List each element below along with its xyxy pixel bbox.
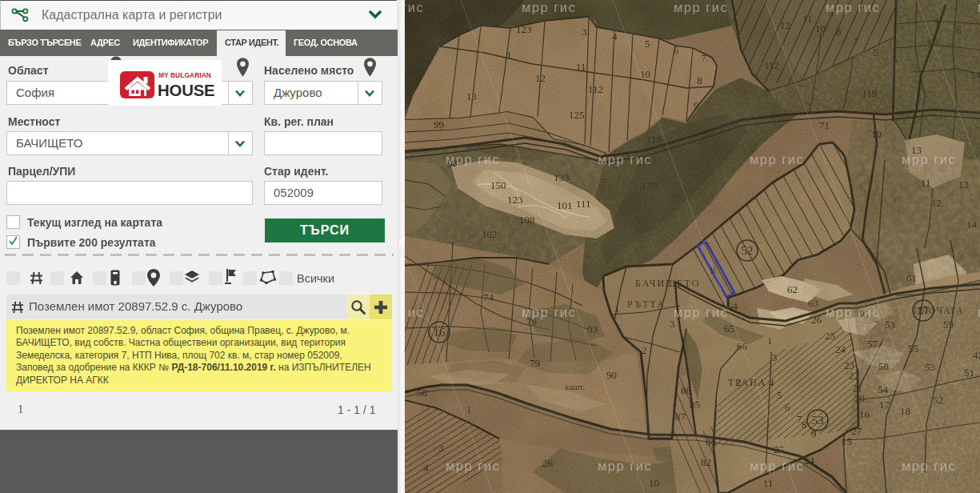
- svg-text:мрр гис: мрр гис: [902, 459, 956, 473]
- svg-text:мрр гис: мрр гис: [674, 0, 728, 14]
- svg-text:мрр гис: мрр гис: [598, 152, 652, 166]
- svg-text:мрр гис: мрр гис: [674, 305, 728, 319]
- svg-text:мрр гис: мрр гис: [446, 152, 500, 166]
- svg-text:мрр гис: мрр гис: [826, 0, 880, 14]
- svg-text:мрр гис: мрр гис: [446, 459, 500, 473]
- svg-text:MY BULGARIAN: MY BULGARIAN: [158, 71, 211, 79]
- svg-text:мрр гис: мрр гис: [598, 459, 652, 473]
- svg-text:мрр гис: мрр гис: [405, 305, 424, 319]
- svg-text:HOUSE: HOUSE: [158, 81, 214, 99]
- svg-text:мрр гис: мрр гис: [405, 0, 424, 14]
- svg-text:мрр гис: мрр гис: [902, 152, 956, 166]
- svg-text:мрр гис: мрр гис: [750, 152, 804, 166]
- svg-text:мрр гис: мрр гис: [522, 0, 576, 14]
- svg-text:мрр гис: мрр гис: [826, 305, 880, 319]
- svg-text:мрр гис: мрр гис: [522, 305, 576, 319]
- svg-text:мрр гис: мрр гис: [750, 459, 804, 473]
